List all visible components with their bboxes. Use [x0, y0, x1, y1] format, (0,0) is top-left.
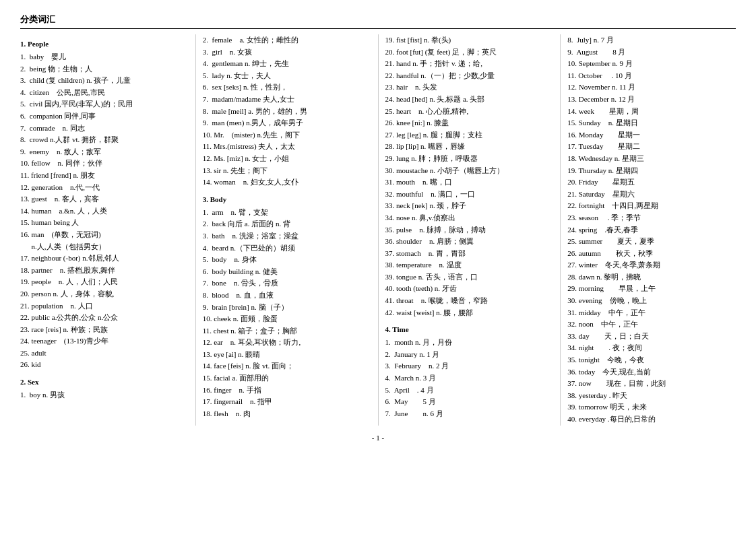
- list-item: 38. yesterday . 昨天: [567, 390, 736, 402]
- list-item: 27. leg [leg] n. 腿；腿脚；支柱: [385, 129, 554, 141]
- list-item: 28. lip [lip] n. 嘴唇，唇缘: [385, 141, 554, 153]
- list-item: 8. crowd n.人群 vt. 拥挤，群聚: [20, 134, 189, 146]
- body-list: 1. arm n. 臂，支架 2. back 向后 a. 后面的 n. 背 3.…: [203, 207, 371, 420]
- people-list: 1. baby 婴儿 2. being 物；生物；人 3. child (复 c…: [20, 51, 189, 371]
- list-item: 2. back 向后 a. 后面的 n. 背: [203, 218, 371, 230]
- list-item: 27. winter 冬天,冬季,萧条期: [567, 259, 736, 271]
- list-item: 16. Monday 星期一: [567, 129, 736, 141]
- list-item: 23. season . 季；季节: [567, 212, 736, 224]
- list-item: 20. person n. 人，身体，容貌,: [20, 288, 189, 300]
- page-title: 分类词汇: [20, 13, 736, 29]
- list-item: 24. head [hed] n. 头,标题 a. 头部: [385, 94, 554, 106]
- list-item: 8. male [meil] a. 男的，雄的，男: [203, 106, 371, 118]
- list-item: 18. partner n. 搭档,股东,舞伴: [20, 265, 189, 277]
- sex-list-col1: 1. boy n. 男孩: [20, 389, 189, 401]
- list-item: 5. lady n. 女士，夫人: [203, 70, 371, 82]
- list-item: 6. companion 同伴,同事: [20, 110, 189, 123]
- list-item: 9. man (men) n.男人，成年男子: [203, 117, 371, 129]
- list-item: 30. evening 傍晚，晚上: [567, 295, 736, 307]
- list-item: 13. sir n. 先生；阁下: [203, 165, 371, 177]
- list-item: 4. gentleman n. 绅士，先生: [203, 58, 371, 70]
- list-item: 23. hair n. 头发: [385, 81, 554, 94]
- section-body-title: 3. Body: [203, 194, 371, 205]
- list-item: 7. madam/madame 夫人,女士: [203, 94, 371, 106]
- list-item: 5. April . 4 月: [385, 385, 554, 397]
- list-item: 29. morning 早晨，上午: [567, 283, 736, 295]
- list-item: 3. February n. 2 月: [385, 360, 554, 372]
- list-item: 7. bone n. 骨头，骨质: [203, 277, 371, 290]
- column-1: 1. People 1. baby 婴儿 2. being 物；生物；人 3. …: [20, 34, 189, 426]
- list-item: 10. Mr. (mister) n.先生，阁下: [203, 129, 371, 141]
- list-item: 7. comrade n. 同志: [20, 123, 189, 135]
- list-item: 4. citizen 公民,居民,市民: [20, 87, 189, 99]
- section-time-title: 4. Time: [385, 324, 554, 335]
- list-item: 12. Ms. [miz] n. 女士，小姐: [203, 153, 371, 165]
- list-item: 20. Friday 星期五: [567, 176, 736, 189]
- list-item: 1. boy n. 男孩: [20, 389, 189, 401]
- list-item: 5. civil 国内,平民(非军人)的；民用: [20, 98, 189, 110]
- list-item: 39. tomorrow 明天，未来: [567, 401, 736, 413]
- list-item: 26. autumn 秋天，秋季: [567, 248, 736, 260]
- list-item: 14. face [feis] n. 脸 vt. 面向；: [203, 360, 371, 372]
- list-item: 13. guest n. 客人，宾客: [20, 193, 189, 205]
- list-item: 26. kid: [20, 359, 189, 371]
- list-item: 14. human a.&n. 人，人类: [20, 205, 189, 218]
- list-item: 22. fortnight 十四日,两星期: [567, 200, 736, 212]
- list-item: 18. flesh n. 肉: [203, 408, 371, 420]
- list-item: 14. week 星期，周: [567, 106, 736, 118]
- list-item: 5. body n. 身体: [203, 254, 371, 266]
- list-item: 8. blood n. 血，血液: [203, 290, 371, 302]
- sex-list-col2: 2. female a. 女性的；雌性的 3. girl n. 女孩 4. ge…: [203, 34, 371, 189]
- list-item: 24. spring .春天,春季: [567, 224, 736, 236]
- column-4: 8. July] n. 7 月 9. August 8 月 10. Septem…: [567, 34, 736, 426]
- list-item: 34. nose n. 鼻,v.侦察出: [385, 212, 554, 224]
- list-item: 38. temperature n. 温度: [385, 259, 554, 271]
- list-item: 40. tooth (teeth) n. 牙齿: [385, 283, 554, 295]
- list-item: 12. generation n.代,一代: [20, 182, 189, 194]
- list-item: 31. midday 中午，正午: [567, 307, 736, 319]
- column-3: 19. fist [fist] n. 拳(头) 20. foot [fut] (…: [385, 34, 554, 426]
- list-item: 6. body building n. 健美: [203, 266, 371, 278]
- list-item: 41. throat n. 喉咙，嗓音，窄路: [385, 295, 554, 307]
- list-item: 33. day 天，日；白天: [567, 331, 736, 343]
- list-item: 11. friend [frend] n. 朋友: [20, 170, 189, 182]
- section-sex-title: 2. Sex: [20, 376, 189, 388]
- list-item: 23. race [reis] n. 种族；民族: [20, 324, 189, 336]
- list-item: 29. lung n. 肺；肺脏，呼吸器: [385, 153, 554, 165]
- list-item: 1. month n. 月，月份: [385, 337, 554, 349]
- list-item: 15. Sunday n. 星期日: [567, 117, 736, 129]
- list-item: 2. female a. 女性的；雌性的: [203, 34, 371, 46]
- list-item: 36. shoulder n. 肩膀；侧翼: [385, 236, 554, 248]
- list-item: 24. teenager (13-19)青少年: [20, 335, 189, 347]
- list-item: 7. June n. 6 月: [385, 408, 554, 420]
- list-item: 13. eye [ai] n. 眼睛: [203, 349, 371, 361]
- list-item: 4. beard n.（下巴处的）胡须: [203, 242, 371, 255]
- list-item: 19. Thursday n. 星期四: [567, 165, 736, 177]
- list-item: 9. August 8 月: [567, 46, 736, 59]
- list-item: 35. tonight 今晚，今夜: [567, 354, 736, 366]
- list-item: 6. May 5 月: [385, 396, 554, 408]
- list-item: 2. January n. 1 月: [385, 349, 554, 361]
- list-item: 22. handful n.（一）把；少数,少量: [385, 70, 554, 82]
- column-2: 2. female a. 女性的；雌性的 3. girl n. 女孩 4. ge…: [203, 34, 371, 426]
- list-item: 10. fellow n. 同伴；伙伴: [20, 158, 189, 170]
- list-item: 1. baby 婴儿: [20, 51, 189, 63]
- list-item: 10. cheek n. 面颊，脸蛋: [203, 313, 371, 325]
- page-number: - 1 -: [20, 434, 736, 442]
- section-people-title: 1. People: [20, 38, 189, 50]
- list-item: 12. November n. 11 月: [567, 81, 736, 94]
- list-item: 35. pulse n. 脉搏，脉动，搏动: [385, 224, 554, 236]
- list-item: 32. noon 中午，正午: [567, 319, 736, 331]
- list-item: 30. moustache n. 小胡子（嘴唇上方）: [385, 165, 554, 177]
- list-item: 8. July] n. 7 月: [567, 34, 736, 46]
- list-item: 18. Wednesday n. 星期三: [567, 153, 736, 165]
- list-item: 16. man (单数，无冠词) n.人,人类（包括男女）: [20, 229, 189, 253]
- list-item: 32. mouthful n. 满口，一口: [385, 189, 554, 201]
- list-item: 37. stomach n. 胃，胃部: [385, 248, 554, 260]
- list-item: 14. woman n. 妇女,女人,女仆: [203, 176, 371, 189]
- list-item: 17. Tuesday 星期二: [567, 141, 736, 153]
- list-item: 25. summer 夏天，夏季: [567, 236, 736, 248]
- list-item: 31. mouth n. 嘴，口: [385, 176, 554, 189]
- list-item: 25. heart n. 心,心脏,精神,: [385, 106, 554, 118]
- list-item: 17. neighbour (-bor) n.邻居,邻人: [20, 253, 189, 265]
